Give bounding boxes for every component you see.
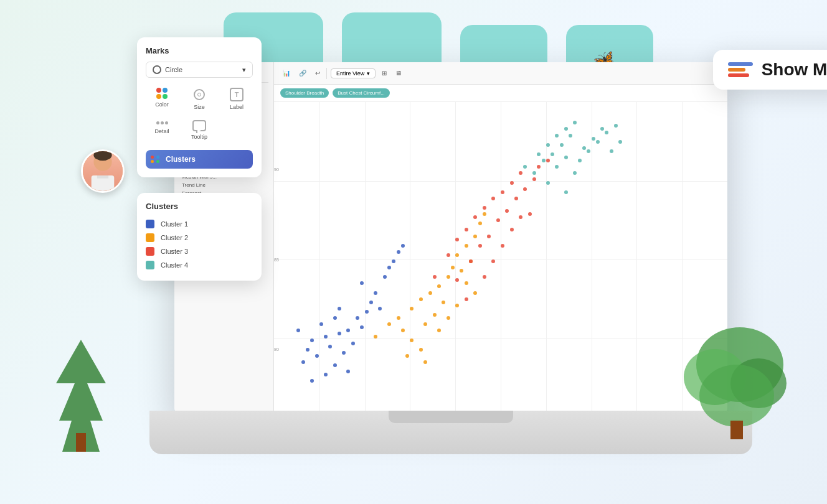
marks-color-btn[interactable]: Color [146, 85, 178, 113]
clusters-button[interactable]: Clusters [146, 150, 253, 169]
cluster-1-label: Cluster 1 [161, 220, 188, 228]
cluster-item-2[interactable]: Cluster 2 [146, 231, 253, 245]
laptop-base [149, 411, 752, 454]
sidebar-item-trend-line[interactable]: Trend Line [179, 181, 268, 189]
toolbar-sep-1 [326, 68, 327, 79]
marks-size-label: Size [194, 104, 205, 110]
pine-tree-decoration [50, 340, 112, 454]
show-me-text: Show Me [762, 60, 827, 80]
clusters-btn-label: Clusters [166, 155, 196, 164]
leaves-decoration [678, 315, 790, 442]
marks-detail-btn[interactable]: Detail [146, 118, 178, 142]
cluster-4-label: Cluster 4 [161, 261, 188, 269]
show-me-panel[interactable]: Show Me [713, 50, 827, 90]
marks-tooltip-btn[interactable]: Tooltip [183, 118, 215, 142]
marks-tooltip-label: Tooltip [191, 134, 207, 140]
toolbar-view-dropdown[interactable]: Entire View ▾ [331, 68, 376, 78]
svg-rect-10 [97, 175, 108, 179]
marks-label-btn[interactable]: T Label [220, 85, 253, 113]
clusters-dots-icon [151, 156, 161, 163]
grid-lines [274, 102, 727, 417]
marks-panel: Marks Circle ▾ Color Size [137, 37, 262, 177]
clusters-legend-title: Clusters [146, 202, 253, 211]
marks-detail-label: Detail [154, 128, 169, 134]
marks-title: Marks [146, 46, 253, 55]
pill-bust[interactable]: Bust Chest Circumf... [333, 88, 390, 98]
toolbar-icon-5[interactable]: 🖥 [393, 68, 404, 78]
dropdown-chevron-icon: ▾ [242, 66, 246, 74]
pills-area: Shoulder Breadth Bust Chest Circumf... [274, 85, 727, 102]
avatar [81, 149, 125, 193]
cluster-item-4[interactable]: Cluster 4 [146, 258, 253, 272]
laptop-notch [389, 411, 513, 423]
show-me-bar-3 [728, 73, 749, 77]
cluster-1-dot [146, 220, 154, 228]
marks-label-label: Label [230, 104, 243, 110]
toolbar: 📊 🔗 ↩ Entire View ▾ ⊞ 🖥 [274, 62, 727, 85]
main-area: 📊 🔗 ↩ Entire View ▾ ⊞ 🖥 Shoulder Breadth… [274, 62, 727, 417]
marks-dropdown[interactable]: Circle ▾ [146, 62, 253, 78]
svg-rect-1 [76, 433, 86, 452]
marks-dropdown-value: Circle [165, 66, 182, 73]
chart-area: 41 42 43 44 45 46 47 48 49 50 51 52 53 5… [274, 102, 727, 417]
toolbar-icon-3[interactable]: ↩ [313, 68, 323, 78]
svg-point-5 [699, 365, 774, 427]
cluster-2-dot [146, 233, 154, 242]
cluster-3-label: Cluster 3 [161, 248, 188, 255]
toolbar-icon-4[interactable]: ⊞ [379, 68, 389, 78]
cluster-item-3[interactable]: Cluster 3 [146, 245, 253, 258]
marks-color-label: Color [155, 101, 169, 108]
cluster-item-1[interactable]: Cluster 1 [146, 217, 253, 231]
toolbar-icon-1[interactable]: 📊 [280, 68, 293, 78]
clusters-panel: Clusters Cluster 1 Cluster 2 Cluster 3 C… [137, 193, 262, 281]
svg-rect-6 [730, 421, 743, 439]
pill-shoulder[interactable]: Shoulder Breadth [280, 88, 329, 98]
show-me-icon [728, 62, 753, 77]
cluster-3-dot [146, 247, 154, 256]
toolbar-icon-2[interactable]: 🔗 [296, 68, 309, 78]
circle-icon [153, 65, 161, 74]
marks-size-btn[interactable]: Size [183, 85, 215, 113]
cluster-4-dot [146, 261, 154, 269]
show-me-bar-2 [728, 68, 745, 72]
show-me-bar-1 [728, 62, 753, 66]
cluster-2-label: Cluster 2 [161, 234, 188, 241]
marks-buttons-grid: Color Size T Label Detail [146, 85, 253, 142]
